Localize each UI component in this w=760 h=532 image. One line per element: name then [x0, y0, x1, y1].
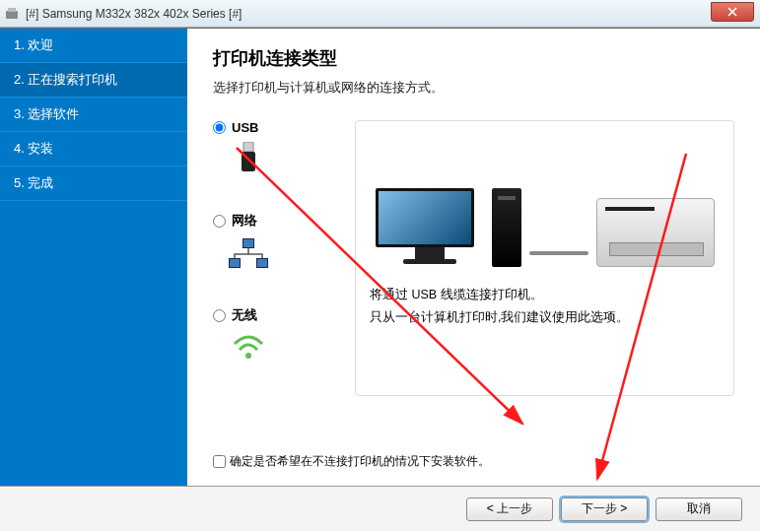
- connection-desc-2: 只从一台计算机打印时,我们建议使用此选项。: [370, 309, 720, 326]
- sidebar-item-welcome: 1. 欢迎: [0, 29, 187, 63]
- connection-desc-1: 将通过 USB 线缆连接打印机。: [370, 287, 720, 303]
- radio-usb-input[interactable]: [213, 121, 226, 134]
- main-panel: 打印机连接类型 选择打印机与计算机或网络的连接方式。 USB: [187, 29, 760, 486]
- svg-rect-0: [6, 11, 18, 19]
- network-icon: [229, 235, 268, 271]
- no-printer-checkbox[interactable]: 确定是否希望在不连接打印机的情况下安装软件。: [213, 453, 490, 470]
- connection-illustration: [370, 139, 720, 267]
- page-title: 打印机连接类型: [213, 46, 734, 70]
- sidebar: 1. 欢迎 2. 正在搜索打印机 3. 选择软件 4. 安装 5. 完成: [0, 29, 187, 486]
- printer-graphic: [596, 198, 715, 267]
- titlebar: [#] Samsung M332x 382x 402x Series [#]: [0, 0, 760, 28]
- svg-rect-2: [243, 142, 253, 152]
- radio-wireless[interactable]: 无线: [213, 306, 331, 324]
- radio-network[interactable]: 网络: [213, 212, 331, 230]
- svg-rect-1: [8, 8, 16, 12]
- radio-wireless-label: 无线: [232, 306, 257, 324]
- svg-point-4: [245, 353, 251, 359]
- sidebar-item-software: 3. 选择软件: [0, 98, 187, 132]
- no-printer-checkbox-input[interactable]: [213, 455, 226, 468]
- sidebar-item-install: 4. 安装: [0, 132, 187, 166]
- back-button[interactable]: < 上一步: [466, 498, 553, 521]
- app-icon: [4, 6, 20, 22]
- cancel-button[interactable]: 取消: [656, 498, 742, 521]
- svg-rect-3: [242, 152, 255, 171]
- no-printer-checkbox-label: 确定是否希望在不连接打印机的情况下安装软件。: [230, 453, 490, 470]
- next-button[interactable]: 下一步 >: [561, 498, 648, 521]
- tower-graphic: [492, 188, 521, 267]
- wifi-icon: [229, 330, 268, 366]
- sidebar-item-search: 2. 正在搜索打印机: [0, 63, 187, 98]
- radio-usb-label: USB: [232, 120, 258, 135]
- usb-icon: [229, 141, 268, 176]
- radio-usb[interactable]: USB: [213, 120, 331, 135]
- footer: < 上一步 下一步 > 取消: [0, 486, 760, 531]
- window-title: [#] Samsung M332x 382x 402x Series [#]: [26, 7, 242, 21]
- connection-preview: 将通过 USB 线缆连接打印机。 只从一台计算机打印时,我们建议使用此选项。: [355, 120, 734, 396]
- page-subtitle: 选择打印机与计算机或网络的连接方式。: [213, 80, 734, 97]
- radio-wireless-input[interactable]: [213, 309, 226, 322]
- radio-network-label: 网络: [232, 212, 257, 230]
- monitor-graphic: [376, 188, 484, 267]
- sidebar-item-finish: 5. 完成: [0, 166, 187, 201]
- radio-network-input[interactable]: [213, 215, 226, 228]
- close-button[interactable]: [711, 2, 754, 22]
- cable-graphic: [529, 251, 588, 255]
